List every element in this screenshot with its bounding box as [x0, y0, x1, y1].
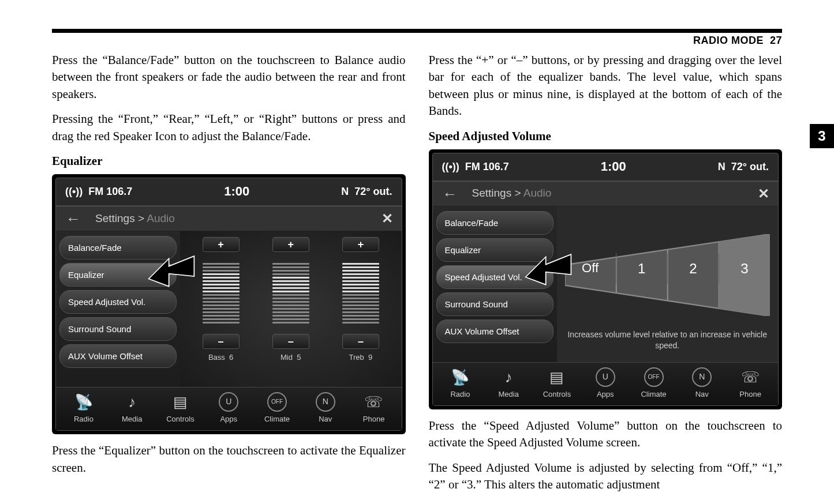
compass: N	[341, 185, 349, 199]
heading-sav: Speed Adjusted Volume	[429, 128, 783, 145]
header-section: RADIO MODE	[693, 35, 764, 46]
equalizer-panel: + – Bass 6 +	[180, 231, 402, 387]
breadcrumb-root[interactable]: Settings	[472, 187, 512, 199]
outside-temp: 72° out.	[354, 185, 392, 199]
music-note-icon: ♪	[499, 367, 518, 387]
station-label: FM 106.7	[465, 160, 509, 174]
eq-plus-button[interactable]: +	[203, 237, 240, 252]
nav-apps[interactable]: UApps	[210, 392, 248, 424]
sidebar-item-balance-fade[interactable]: Balance/Fade	[436, 211, 553, 235]
header-rule	[52, 29, 782, 33]
breadcrumb-root[interactable]: Settings	[95, 212, 135, 224]
body-text: Press the “+” or “–” buttons, or by pres…	[429, 52, 783, 120]
status-bar: ((•)) FM 106.7 1:00 N 72° out.	[433, 153, 779, 181]
signal-icon: ((•))	[65, 185, 83, 199]
chapter-tab: 3	[810, 124, 834, 148]
nav-radio[interactable]: 📡Radio	[65, 392, 103, 424]
breadcrumb-current: Audio	[147, 212, 175, 224]
breadcrumb-path: Settings > Audio	[468, 186, 750, 201]
sav-caption: Increases volume level relative to an in…	[565, 329, 771, 356]
eq-band-mid: + – Mid 5	[268, 237, 314, 383]
eq-minus-button[interactable]: –	[203, 334, 240, 349]
body-text: Press the “Equalizer” button on the touc…	[52, 442, 406, 476]
climate-icon: OFF	[644, 367, 664, 387]
eq-band-label: Mid 5	[281, 352, 301, 363]
heading-equalizer: Equalizer	[52, 153, 406, 170]
header-page: 27	[770, 35, 782, 46]
sav-option-3[interactable]: 3	[719, 253, 770, 284]
apps-icon: U	[596, 367, 615, 387]
breadcrumb-current: Audio	[523, 187, 552, 199]
nav-apps[interactable]: UApps	[586, 367, 624, 400]
nav-phone[interactable]: ☏Phone	[355, 392, 393, 424]
phone-icon: ☏	[364, 392, 384, 412]
signal-icon: ((•))	[442, 160, 459, 174]
apps-icon: U	[219, 392, 238, 412]
nav-phone[interactable]: ☏Phone	[731, 367, 769, 400]
breadcrumb: ← Settings > Audio ✕	[56, 206, 402, 231]
eq-level-bar[interactable]	[203, 255, 240, 330]
controls-icon: ▤	[547, 367, 567, 387]
close-icon[interactable]: ✕	[749, 184, 778, 204]
body-text: Pressing the “Front,” “Rear,” “Left,” or…	[52, 111, 406, 145]
right-column: Press the “+” or “–” buttons, or by pres…	[429, 52, 783, 502]
sav-option-2[interactable]: 2	[667, 253, 719, 284]
eq-plus-button[interactable]: +	[342, 237, 379, 252]
breadcrumb-path: Settings > Audio	[91, 211, 373, 227]
sav-option-1[interactable]: 1	[616, 253, 667, 284]
body-text: The Speed Adjusted Volume is adjusted by…	[429, 460, 783, 494]
compass-icon: N	[316, 392, 335, 412]
eq-band-bass: + – Bass 6	[198, 237, 244, 383]
station-label: FM 106.7	[88, 185, 132, 199]
nav-media[interactable]: ♪Media	[113, 392, 151, 424]
eq-band-treb: + – Treb 9	[338, 237, 384, 383]
compass: N	[718, 160, 725, 174]
back-arrow-icon[interactable]: ←	[56, 208, 91, 229]
nav-climate[interactable]: OFFClimate	[258, 392, 296, 424]
nav-climate[interactable]: OFFClimate	[635, 367, 673, 400]
sidebar-item-surround[interactable]: Surround Sound	[59, 317, 177, 341]
close-icon[interactable]: ✕	[373, 209, 402, 228]
sidebar-item-surround[interactable]: Surround Sound	[436, 292, 553, 316]
breadcrumb: ← Settings > Audio ✕	[433, 181, 779, 206]
sav-screenshot: ((•)) FM 106.7 1:00 N 72° out. ← Setting…	[429, 149, 783, 409]
nav-nav[interactable]: NNav	[306, 392, 345, 424]
bottom-nav: 📡Radio ♪Media ▤Controls UApps OFFClimate…	[56, 387, 402, 430]
pointer-arrow-icon	[145, 249, 197, 289]
eq-minus-button[interactable]: –	[272, 334, 309, 349]
outside-temp: 72° out.	[731, 160, 769, 174]
body-text: Press the “Balance/Fade” button on the t…	[52, 52, 406, 103]
nav-radio[interactable]: 📡Radio	[441, 367, 479, 400]
controls-icon: ▤	[170, 392, 190, 412]
bottom-nav: 📡Radio ♪Media ▤Controls UApps OFFClimate…	[433, 362, 779, 405]
clock: 1:00	[224, 183, 249, 201]
nav-controls[interactable]: ▤Controls	[538, 367, 576, 400]
eq-level-bar[interactable]	[342, 255, 379, 330]
compass-icon: N	[692, 367, 712, 387]
clock: 1:00	[601, 158, 626, 176]
nav-nav[interactable]: NNav	[683, 367, 721, 400]
svg-marker-1	[525, 254, 571, 285]
equalizer-screenshot: ((•)) FM 106.7 1:00 N 72° out. ← Setting…	[52, 174, 406, 434]
antenna-icon: 📡	[450, 367, 470, 387]
eq-plus-button[interactable]: +	[272, 237, 309, 252]
music-note-icon: ♪	[122, 392, 142, 412]
nav-media[interactable]: ♪Media	[489, 367, 528, 400]
eq-minus-button[interactable]: –	[342, 334, 379, 349]
sidebar-item-aux-offset[interactable]: AUX Volume Offset	[59, 344, 177, 368]
status-bar: ((•)) FM 106.7 1:00 N 72° out.	[56, 178, 402, 206]
eq-band-label: Treb 9	[349, 352, 373, 363]
phone-icon: ☏	[740, 367, 760, 387]
eq-band-label: Bass 6	[208, 352, 233, 363]
left-column: Press the “Balance/Fade” button on the t…	[52, 52, 406, 502]
sav-selector: Off 1 2 3	[565, 234, 771, 303]
nav-controls[interactable]: ▤Controls	[161, 392, 199, 424]
svg-marker-0	[149, 256, 195, 287]
pointer-arrow-icon	[522, 247, 574, 287]
back-arrow-icon[interactable]: ←	[433, 183, 468, 204]
antenna-icon: 📡	[74, 392, 94, 412]
eq-level-bar[interactable]	[272, 255, 309, 330]
sidebar-item-aux-offset[interactable]: AUX Volume Offset	[436, 319, 553, 343]
sidebar-item-speed-adj-vol[interactable]: Speed Adjusted Vol.	[59, 290, 177, 314]
sav-panel: Off 1 2 3 Increases volume level relativ…	[557, 206, 779, 362]
